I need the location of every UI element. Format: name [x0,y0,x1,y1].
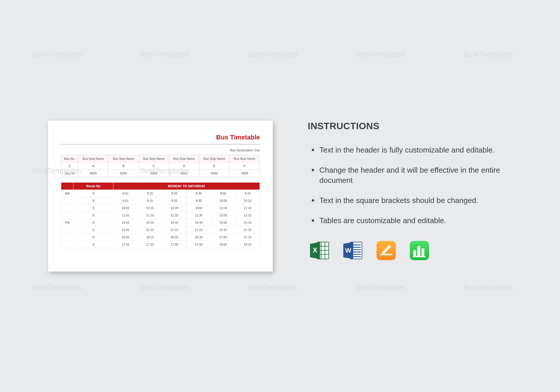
cell: 21:15 [187,226,211,233]
app-icons-row: X W [308,240,512,261]
cell: 17:15 [138,241,162,248]
svg-rect-23 [413,256,426,257]
cell [61,197,74,204]
cell: 0000 [199,169,230,177]
bus-info-table: Bus No. Bus Stop Name Bus Stop Name Bus … [61,155,260,177]
table-row: 89:019:159:209:3010:0010:10 [61,197,260,204]
cell: 10:15 [138,204,162,211]
cell: 21:15 [138,226,162,233]
cell: 17:20 [162,241,187,248]
cell: 8 [61,162,78,169]
svg-rect-20 [413,250,416,256]
cell: 18:00 [211,241,235,248]
col-header: Bus Stop Name [108,155,139,162]
instruction-item: Change the header and it will be effecti… [308,165,512,186]
svg-text:X: X [313,246,317,254]
cell: 10:10 [235,197,260,204]
cell: 8:30 [187,190,211,197]
cell: 17:10 [235,233,260,241]
cell [61,182,74,190]
cell: 11:00 [211,204,235,211]
cell: 16:30 [187,233,211,241]
table-row: Stop ID 0000 0000 0000 0000 0000 0000 [61,169,260,177]
cell: 1030 [187,204,211,211]
route-no-header: Route No [74,182,113,190]
destination-label: Bus Destination: City [61,148,260,152]
cell: 11:20 [162,211,187,219]
svg-text:W: W [345,247,351,254]
table-row: AM88:018:158:208:309:009:10 [61,190,260,197]
cell: 11:15 [138,211,162,219]
cell: 14:20 [162,219,187,226]
instructions-list: Text in the header is fully customizable… [308,145,512,226]
cell: 14:01 [113,219,138,226]
table-row: 815:0121:1521:1521:1521:1521:15 [61,226,260,233]
word-icon: W [343,240,363,261]
cell: 8 [74,190,113,197]
cell: 11:01 [113,211,138,219]
cell: 21:15 [162,226,187,233]
cell [61,233,74,241]
cell: 21:15 [211,226,235,233]
instruction-item: Tables are customizable and editable. [308,216,512,226]
cell: 9:15 [138,197,162,204]
cell: 19:10 [235,241,260,248]
cell: AM [61,190,74,197]
cell: 15:10 [235,219,260,226]
instruction-item: Text in the square brackets should be ch… [308,195,512,206]
cell: A [78,162,108,169]
numbers-icon [409,240,430,261]
watermark: BestTemplates [32,283,82,292]
watermark: BestTemplates [32,50,82,59]
cell: F [230,162,260,169]
table-row: 8 A B C D E F [61,162,260,169]
cell: 8 [74,197,113,204]
cell: 11:30 [187,211,211,219]
col-header: Bus Stop Name [199,155,230,162]
preview-title: Bus Timetable [61,134,260,144]
cell: 10:00 [211,197,235,204]
table-row: 817:0117:1517:2017:3018:0019:10 [61,241,260,248]
cell: 0000 [230,169,260,177]
cell: 8:15 [138,190,162,197]
svg-rect-18 [380,254,392,255]
cell: 10:01 [113,204,138,211]
cell: 8 [74,226,113,233]
cell: 8:20 [162,190,187,197]
col-header: Bus Stop Name [139,155,169,162]
cell: 17:00 [211,233,235,241]
table-row: 811:0111:1511:2011:3012:0012:10 [61,211,260,219]
cell: 9:30 [187,197,211,204]
cell: D [169,162,199,169]
cell: 8 [74,241,113,248]
cell: B [108,162,139,169]
cell: 0000 [108,169,139,177]
table-header-row: Bus No. Bus Stop Name Bus Stop Name Bus … [61,155,260,162]
divider [61,144,260,144]
cell: 12:10 [235,211,260,219]
cell: 8 [74,211,113,219]
col-header: Bus Stop Name [169,155,199,162]
cell: 15:00 [211,219,235,226]
cell: 9:00 [211,190,235,197]
table-row: 810:0110:1510:20103011:0011:10 [61,204,260,211]
watermark: BestTemplates [464,283,514,292]
schedule-header-row: Route No MONDAY TO SATURDAY [61,182,260,190]
cell: 9:20 [162,197,187,204]
col-header: Bus Stop Name [78,155,108,162]
cell: 0000 [78,169,108,177]
pages-icon [376,240,396,261]
cell [61,226,74,233]
cell [61,241,74,248]
cell: 8:01 [113,190,138,197]
cell: 14:30 [187,219,211,226]
col-header: Bus No. [61,155,78,162]
instructions-panel: INSTRUCTIONS Text in the header is fully… [308,121,512,261]
watermark: BestTemplates [248,283,298,292]
cell: 15:01 [113,226,138,233]
cell: 10:20 [162,204,187,211]
col-header: Bus Stop Name [230,155,260,162]
watermark: BestTemplates [248,50,298,59]
cell: 8 [74,204,113,211]
instructions-heading: INSTRUCTIONS [308,121,512,132]
